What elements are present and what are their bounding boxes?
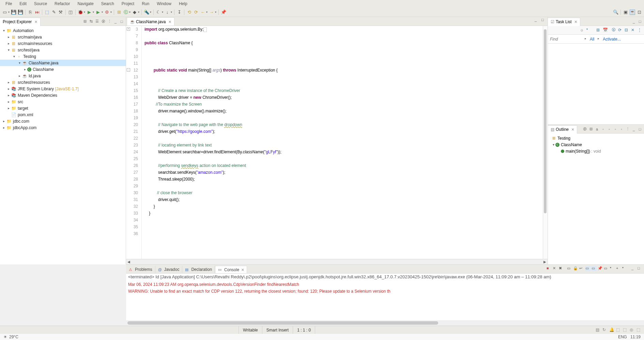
minimize-icon[interactable]: _ <box>631 126 637 132</box>
tree-root[interactable]: Automation <box>13 28 34 33</box>
tree-target[interactable]: target <box>18 106 28 111</box>
task-all-link[interactable]: All <box>590 37 594 42</box>
back-icon[interactable]: ⟲ <box>186 10 192 15</box>
trim-icon-2[interactable]: ↻ <box>602 327 608 333</box>
history-fwd-icon[interactable]: → <box>209 10 214 15</box>
tree-id-java[interactable]: Id.java <box>29 74 41 78</box>
tree-testing-pkg[interactable]: Testing <box>23 54 36 59</box>
link-editor-icon[interactable]: ⇆ <box>88 19 94 24</box>
trim-icon-4[interactable]: ⬚ <box>616 327 622 333</box>
maximize-icon[interactable]: □ <box>637 19 643 24</box>
pin-icon[interactable]: 📌 <box>221 10 226 15</box>
hide-icon[interactable]: ✕ <box>631 28 636 33</box>
new-package-icon[interactable]: ⊞ <box>116 10 122 15</box>
outline-tree[interactable]: ⊞Testing ▾CClassName main(String[]) : vo… <box>548 134 644 264</box>
menu-source[interactable]: Source <box>31 1 50 7</box>
next-annotation-icon[interactable]: ↓ <box>165 10 170 15</box>
view-menu-icon[interactable]: ⋮ <box>625 126 630 132</box>
minimize-icon[interactable]: _ <box>631 19 637 24</box>
tree-src-main-java[interactable]: src/main/java <box>18 35 42 40</box>
trim-icon[interactable]: ▤ <box>596 327 601 333</box>
sort-icon[interactable]: ⊟ <box>588 126 594 132</box>
az-icon[interactable]: a <box>594 126 600 132</box>
close-icon[interactable]: × <box>34 19 37 25</box>
overview-ruler[interactable] <box>543 26 548 259</box>
outline-tab[interactable]: ▤ Outline × <box>548 125 577 134</box>
open-type-icon[interactable]: ⬚ <box>44 10 50 15</box>
search-icon[interactable]: 🔦 <box>144 10 149 15</box>
taskbar-time[interactable]: 11:19 <box>630 335 641 339</box>
trim-icon-5[interactable]: ⬚ <box>623 327 628 333</box>
scroll-lock-icon[interactable]: 🔒 <box>573 266 578 271</box>
problems-tab[interactable]: ⚠Problems <box>126 266 155 273</box>
close-icon[interactable]: × <box>571 127 574 132</box>
minimize-icon[interactable]: _ <box>113 19 118 24</box>
console-tab[interactable]: ▭Console× <box>215 266 247 273</box>
collapse-all-icon[interactable]: ⊟ <box>82 19 88 24</box>
remove-all-icon[interactable]: ✖ <box>559 266 564 271</box>
skip-breakpoints-icon[interactable]: ⏭ <box>34 10 40 15</box>
project-tree[interactable]: ▾📁Automation ▸⊞src/main/java ▸⊞src/main/… <box>0 26 126 264</box>
console-maximize-icon[interactable]: □ <box>638 266 643 271</box>
taskbar-lang[interactable]: ENG <box>618 335 627 339</box>
hide-static-icon[interactable]: ◦ <box>607 126 612 132</box>
outline-pkg[interactable]: Testing <box>557 136 570 141</box>
tree-maven-deps[interactable]: Maven Dependencies <box>18 93 57 98</box>
tree-jdbcapp[interactable]: jdbcApp.com <box>13 125 36 130</box>
open-console-icon[interactable]: + <box>616 266 621 271</box>
tree-classname-java[interactable]: ClassName.java <box>29 61 58 65</box>
console-output[interactable]: Mar 06, 2024 11:09:23 AM org.openqa.sele… <box>126 281 644 320</box>
view-menu-icon[interactable]: ⋮ <box>638 28 643 33</box>
pin-console-icon[interactable]: 📌 <box>598 266 603 271</box>
save-all-icon[interactable]: 💾 <box>18 10 23 15</box>
menu-refactor[interactable]: Refactor <box>51 1 73 7</box>
weather-icon[interactable]: ☀ <box>3 335 7 339</box>
close-tab-icon[interactable]: × <box>168 19 171 25</box>
view-menu-icon[interactable]: ⋮ <box>107 19 112 24</box>
console-hscroll[interactable] <box>126 320 644 326</box>
tree-src-test-res[interactable]: src/test/resources <box>18 80 50 85</box>
menu-search[interactable]: Search <box>98 1 118 7</box>
perspective-icon[interactable]: ▣ <box>623 10 628 15</box>
menu-project[interactable]: Project <box>118 1 138 7</box>
quick-access-icon[interactable]: 🔍 <box>613 10 618 15</box>
outline-class[interactable]: ClassName <box>561 142 582 147</box>
close-icon[interactable]: × <box>241 267 244 273</box>
ddms-perspective-icon[interactable]: ⊡ <box>637 10 642 15</box>
declaration-tab[interactable]: ▤Declaration <box>182 266 215 273</box>
open-task-icon[interactable]: ◫ <box>68 10 73 15</box>
outline-method[interactable]: main(String[]) <box>566 149 590 154</box>
maximize-icon[interactable]: □ <box>637 126 643 132</box>
step-filter-icon[interactable]: ↧ <box>177 10 182 15</box>
focus-task-icon[interactable]: ⦿ <box>101 19 106 24</box>
new-icon[interactable]: ▭ <box>2 10 7 15</box>
tree-pom[interactable]: pom.xml <box>18 112 33 117</box>
run-icon[interactable]: ▶ <box>87 10 92 15</box>
console-minimize-icon[interactable]: _ <box>631 266 637 271</box>
sync-icon[interactable]: ⟳ <box>618 28 623 33</box>
editor-hscroll[interactable]: ◀▶ <box>126 259 548 264</box>
tree-src-main-res[interactable]: src/main/resources <box>18 41 52 46</box>
tree-src-test-java[interactable]: src/test/java <box>18 48 40 52</box>
save-icon[interactable]: 💾 <box>11 10 16 15</box>
history-back-icon[interactable]: ← <box>200 10 205 15</box>
menu-navigate[interactable]: Navigate <box>74 1 97 7</box>
java-perspective-icon[interactable]: ☕ <box>630 10 635 15</box>
menu-window[interactable]: Window <box>153 1 175 7</box>
word-wrap-icon[interactable]: ↩ <box>579 266 584 271</box>
coverage-icon[interactable]: ▶ <box>95 10 101 15</box>
editor-maximize-icon[interactable]: □ <box>541 18 546 22</box>
categorized-icon[interactable]: ⊞ <box>596 28 601 33</box>
forward-icon[interactable]: ⟳ <box>193 10 199 15</box>
terminate-icon[interactable]: ■ <box>547 266 552 271</box>
weather-temp[interactable]: 29°C <box>9 335 18 339</box>
toggle-breadcrumb-icon[interactable]: ⎘ <box>28 10 33 15</box>
task-activate-link[interactable]: Activate... <box>603 37 621 42</box>
focus-icon[interactable]: ⦿ <box>612 28 617 33</box>
menu-edit[interactable]: Edit <box>16 1 30 7</box>
show-standard-err-icon[interactable]: ▭ <box>592 266 597 271</box>
tree-src[interactable]: src <box>18 99 23 104</box>
trim-icon-3[interactable]: 🔔 <box>609 327 615 333</box>
hide-fields-icon[interactable]: ◦ <box>600 126 606 132</box>
collapse-icon[interactable]: ⊟ <box>625 28 630 33</box>
